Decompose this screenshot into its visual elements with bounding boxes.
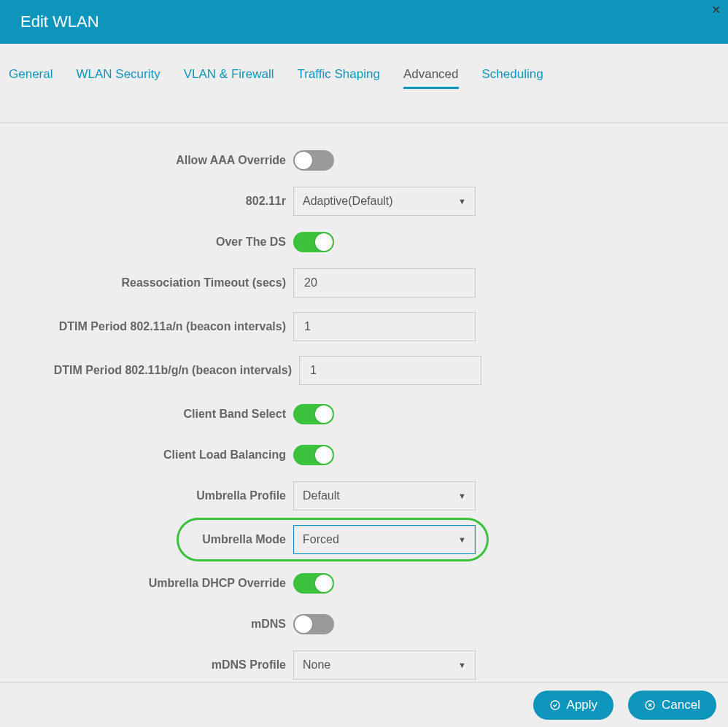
cancel-button-label: Cancel [662,698,700,712]
label-umbrella-dhcp-override: Umbrella DHCP Override [0,577,292,590]
tab-advanced[interactable]: Advanced [403,67,459,89]
label-mdns: mDNS [0,618,292,631]
check-circle-icon [549,699,561,711]
label-client-load-balancing: Client Load Balancing [0,448,292,462]
toggle-mdns[interactable] [293,614,334,634]
tab-general[interactable]: General [9,67,53,89]
label-umbrella-profile: Umbrella Profile [0,489,292,502]
apply-button-label: Apply [567,698,598,712]
label-mdns-profile: mDNS Profile [0,658,292,672]
select-umbrella-profile[interactable]: Default ▼ [293,481,476,510]
select-umbrella-mode[interactable]: Forced ▼ [293,525,476,554]
toggle-umbrella-dhcp-override[interactable] [293,573,334,594]
svg-point-0 [551,701,559,709]
tab-wlan-security[interactable]: WLAN Security [76,67,160,89]
input-dtim-bgn[interactable] [299,356,481,385]
titlebar: Edit WLAN ✕ [0,0,728,44]
tab-scheduling[interactable]: Scheduling [482,67,543,89]
label-802-11r: 802.11r [0,195,292,208]
advanced-form: Allow AAA Override 802.11r Adaptive(Defa… [0,123,728,680]
toggle-allow-aaa-override[interactable] [293,150,334,171]
input-dtim-an[interactable] [293,312,476,341]
toggle-over-the-ds[interactable] [293,232,334,252]
label-over-the-ds: Over The DS [0,236,292,249]
select-mdns-profile-value: None [303,658,330,672]
tab-bar: General WLAN Security VLAN & Firewall Tr… [0,60,728,96]
chevron-down-icon: ▼ [458,197,466,206]
select-mdns-profile[interactable]: None ▼ [293,650,476,680]
toggle-client-load-balancing[interactable] [293,445,334,465]
label-reassociation-timeout: Reassociation Timeout (secs) [0,276,292,289]
label-client-band-select: Client Band Select [0,408,292,421]
x-circle-icon [644,699,656,711]
tab-traffic-shaping[interactable]: Traffic Shaping [298,67,380,89]
label-dtim-an: DTIM Period 802.11a/n (beacon intervals) [0,320,292,333]
toggle-client-band-select[interactable] [293,404,334,424]
label-umbrella-mode: Umbrella Mode [0,533,292,546]
label-dtim-bgn: DTIM Period 802.11b/g/n (beacon interval… [0,364,298,377]
select-802-11r[interactable]: Adaptive(Default) ▼ [293,187,476,216]
apply-button[interactable]: Apply [533,691,614,720]
footer-bar: Apply Cancel [0,682,728,727]
page-title: Edit WLAN [20,12,99,31]
chevron-down-icon: ▼ [458,535,466,544]
label-allow-aaa-override: Allow AAA Override [0,154,292,167]
chevron-down-icon: ▼ [458,491,466,500]
input-reassociation-timeout[interactable] [293,268,476,298]
chevron-down-icon: ▼ [458,661,466,669]
tab-vlan-firewall[interactable]: VLAN & Firewall [184,67,274,89]
cancel-button[interactable]: Cancel [628,691,716,720]
close-icon[interactable]: ✕ [711,3,721,17]
select-802-11r-value: Adaptive(Default) [303,195,393,208]
select-umbrella-mode-value: Forced [303,533,339,546]
select-umbrella-profile-value: Default [303,489,340,502]
